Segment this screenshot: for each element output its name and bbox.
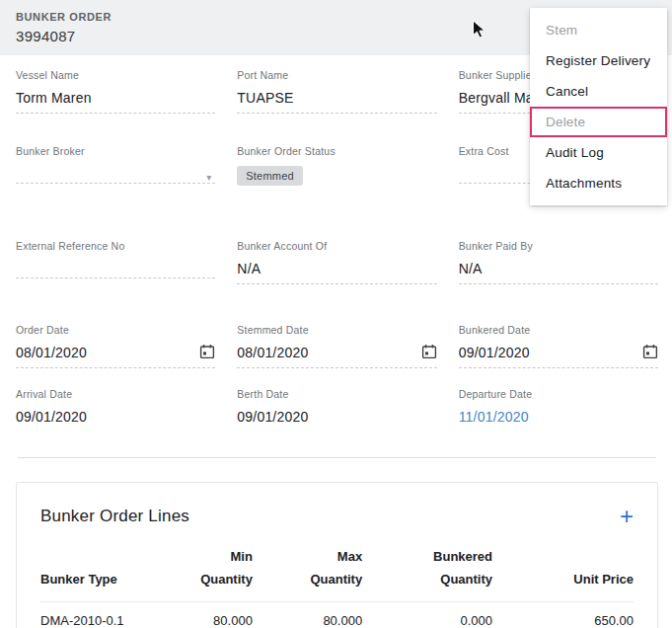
bunker-order-lines-card: Bunker Order Lines + Bunker Type Min Qua… — [16, 482, 658, 628]
column-header-bunkered-quantity: Bunkered Quantity — [362, 540, 492, 601]
menu-item-cancel[interactable]: Cancel — [530, 76, 667, 107]
external-reference-value — [16, 261, 215, 278]
column-header-bunker-type: Bunker Type — [40, 540, 157, 601]
bunker-paid-by-field[interactable]: Bunker Paid By N/A — [459, 240, 658, 284]
port-name-field[interactable]: Port Name TUAPSE — [237, 69, 436, 114]
bunker-paid-by-label: Bunker Paid By — [459, 240, 658, 252]
cell-min-quantity: 80.000 — [157, 601, 253, 628]
bunker-account-of-field[interactable]: Bunker Account Of N/A — [237, 240, 436, 284]
order-date-field[interactable]: Order Date 08/01/2020 — [16, 324, 215, 368]
cell-bunkered-quantity: 0.000 — [362, 601, 492, 628]
table-row[interactable]: DMA-2010-0.1 80.000 80.000 0.000 650.00 — [40, 601, 634, 628]
arrival-date-field[interactable]: Arrival Date 09/01/2020 — [16, 388, 215, 432]
order-lines-table: Bunker Type Min Quantity Max Quantity Bu… — [40, 540, 634, 628]
departure-date-field[interactable]: Departure Date 11/01/2020 — [459, 388, 658, 432]
cell-unit-price: 650.00 — [492, 601, 634, 628]
stemmed-date-field[interactable]: Stemmed Date 08/01/2020 — [237, 324, 436, 368]
add-line-button[interactable]: + — [620, 508, 634, 525]
port-name-value: TUAPSE — [237, 90, 436, 114]
bunkered-date-field[interactable]: Bunkered Date 09/01/2020 — [459, 324, 658, 368]
departure-date-label: Departure Date — [459, 388, 658, 400]
menu-item-register-delivery[interactable]: Register Delivery — [530, 45, 667, 76]
calendar-icon[interactable] — [421, 344, 437, 359]
berth-date-value: 09/01/2020 — [237, 409, 436, 432]
section-divider — [18, 457, 656, 458]
bunker-account-of-value: N/A — [237, 261, 436, 284]
berth-date-label: Berth Date — [237, 388, 436, 400]
departure-date-value[interactable]: 11/01/2020 — [459, 409, 658, 432]
bunker-broker-field[interactable]: Bunker Broker ▾ — [16, 145, 215, 193]
context-menu: Stem Register Delivery Cancel Delete Aud… — [530, 8, 667, 205]
bunker-broker-label: Bunker Broker — [16, 145, 215, 157]
status-badge: Stemmed — [237, 166, 302, 186]
bunker-order-status-label: Bunker Order Status — [237, 145, 436, 157]
table-header-row: Bunker Type Min Quantity Max Quantity Bu… — [40, 540, 634, 601]
order-date-value: 08/01/2020 — [16, 345, 87, 360]
column-header-min-quantity: Min Quantity — [157, 540, 253, 601]
column-header-unit-price: Unit Price — [492, 540, 634, 601]
bunker-account-of-label: Bunker Account Of — [237, 240, 436, 252]
stemmed-date-label: Stemmed Date — [237, 324, 436, 336]
external-reference-field[interactable]: External Reference No — [16, 240, 215, 284]
menu-item-stem[interactable]: Stem — [530, 15, 667, 45]
bunker-broker-value — [16, 166, 215, 184]
chevron-down-icon[interactable]: ▾ — [206, 172, 211, 183]
calendar-icon[interactable] — [199, 344, 215, 359]
port-name-label: Port Name — [237, 69, 436, 81]
bunkered-date-value: 09/01/2020 — [459, 345, 530, 360]
cell-bunker-type: DMA-2010-0.1 — [40, 601, 157, 628]
calendar-icon[interactable] — [642, 344, 658, 359]
berth-date-field[interactable]: Berth Date 09/01/2020 — [237, 388, 436, 432]
order-date-label: Order Date — [16, 324, 215, 336]
column-header-max-quantity: Max Quantity — [253, 540, 362, 601]
cell-max-quantity: 80.000 — [253, 601, 362, 628]
card-title: Bunker Order Lines — [40, 507, 189, 526]
vessel-name-field[interactable]: Vessel Name Torm Maren — [16, 69, 215, 114]
menu-item-delete[interactable]: Delete — [530, 107, 667, 137]
arrival-date-value: 09/01/2020 — [16, 409, 215, 432]
vessel-name-label: Vessel Name — [16, 69, 215, 81]
bunker-paid-by-value: N/A — [459, 261, 658, 284]
menu-item-audit-log[interactable]: Audit Log — [530, 137, 667, 168]
bunkered-date-label: Bunkered Date — [459, 324, 658, 336]
stemmed-date-value: 08/01/2020 — [237, 345, 308, 360]
vessel-name-value: Torm Maren — [16, 90, 215, 114]
menu-item-attachments[interactable]: Attachments — [530, 168, 667, 198]
arrival-date-label: Arrival Date — [16, 388, 215, 400]
bunker-order-status-field: Bunker Order Status Stemmed — [237, 145, 436, 193]
external-reference-label: External Reference No — [16, 240, 215, 252]
